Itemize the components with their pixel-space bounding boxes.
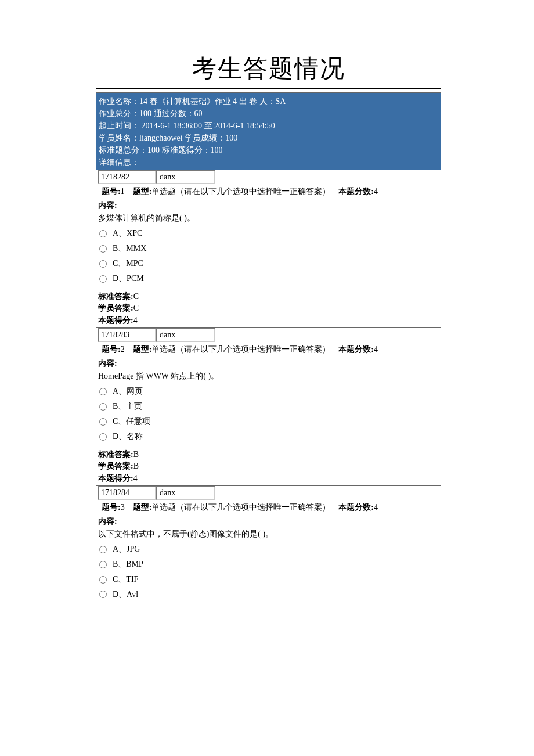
qnum-label: 题号:: [102, 345, 121, 354]
qscore-label: 本题分数:: [338, 503, 374, 512]
option-label: C、TIF: [113, 572, 138, 587]
question-meta: 1718283 danx题号:2 题型:单选题（请在以下几个选项中选择唯一正确答…: [96, 328, 441, 357]
question-block: 1718282 danx题号:1 题型:单选题（请在以下几个选项中选择唯一正确答…: [96, 170, 441, 327]
question-meta: 1718282 danx题号:1 题型:单选题（请在以下几个选项中选择唯一正确答…: [96, 170, 441, 199]
std-answer-label: 标准答案:: [98, 450, 134, 459]
question-type-cell: danx: [156, 328, 215, 342]
option-label: C、MPC: [113, 256, 143, 271]
hdr-line-6: 详细信息：: [99, 156, 438, 168]
option-row: C、MPC: [98, 256, 441, 271]
content-label: 内容:: [98, 517, 117, 525]
hdr-line-5: 标准题总分：100 标准题得分：100: [99, 144, 438, 156]
qtype-label: 题型:: [133, 187, 152, 196]
option-radio[interactable]: [99, 260, 107, 268]
option-label: A、XPC: [113, 226, 142, 241]
answer-block: 标准答案:B学员答案:B本题得分:4: [96, 448, 441, 485]
question-id-cell: 1718282: [98, 170, 156, 184]
option-label: D、PCM: [113, 271, 144, 286]
document-page: 考生答题情况 作业名称：14 春《计算机基础》作业 4 出 卷 人：SA 作业总…: [0, 0, 534, 629]
question-id-cell: 1718283: [98, 328, 156, 342]
got-score-label: 本题得分:: [98, 316, 134, 325]
option-radio[interactable]: [99, 388, 107, 395]
option-radio[interactable]: [99, 576, 107, 584]
option-row: C、任意项: [98, 414, 441, 429]
option-row: B、MMX: [98, 241, 441, 256]
qtype-label: 题型:: [133, 345, 152, 354]
option-row: D、Avl: [98, 587, 441, 602]
hdr-line-1: 作业名称：14 春《计算机基础》作业 4 出 卷 人：SA: [99, 95, 438, 107]
question-block: 1718283 danx题号:2 题型:单选题（请在以下几个选项中选择唯一正确答…: [96, 327, 441, 485]
question-content: 内容:HomePage 指 WWW 站点上的( )。: [96, 357, 441, 384]
option-label: D、名称: [113, 429, 143, 444]
option-radio[interactable]: [99, 275, 107, 283]
option-radio[interactable]: [99, 561, 107, 568]
option-row: A、XPC: [98, 226, 441, 241]
option-label: B、MMX: [113, 241, 146, 256]
option-row: C、TIF: [98, 572, 441, 587]
page-title: 考生答题情况: [96, 52, 441, 85]
title-rule: [96, 88, 441, 89]
stu-answer-label: 学员答案:: [98, 304, 134, 312]
option-label: B、主页: [113, 399, 142, 414]
option-row: D、名称: [98, 429, 441, 444]
option-radio[interactable]: [99, 433, 107, 441]
option-radio[interactable]: [99, 418, 107, 426]
option-radio[interactable]: [99, 591, 107, 598]
question-id-cell: 1718284: [98, 486, 156, 500]
qtype-label: 题型:: [133, 503, 152, 512]
question-content: 内容:多媒体计算机的简称是( )。: [96, 199, 441, 226]
option-label: C、任意项: [113, 414, 150, 429]
option-radio[interactable]: [99, 245, 107, 253]
content-label: 内容:: [98, 201, 117, 210]
qscore-label: 本题分数:: [338, 187, 374, 196]
option-row: B、主页: [98, 399, 441, 414]
qnum-label: 题号:: [102, 503, 121, 512]
question-type-cell: danx: [156, 170, 215, 184]
options: A、网页B、主页C、任意项D、名称: [96, 384, 441, 448]
question-content: 内容:以下文件格式中，不属于(静态)图像文件的是( )。: [96, 515, 441, 542]
option-row: A、网页: [98, 384, 441, 399]
option-label: D、Avl: [113, 587, 138, 602]
hdr-line-2: 作业总分：100 通过分数：60: [99, 107, 438, 120]
option-row: A、JPG: [98, 542, 441, 557]
std-answer-label: 标准答案:: [98, 292, 134, 301]
results-table: 作业名称：14 春《计算机基础》作业 4 出 卷 人：SA 作业总分：100 通…: [96, 92, 441, 606]
hdr-line-3: 起止时间： 2014-6-1 18:36:00 至 2014-6-1 18:54…: [99, 120, 438, 132]
got-score-label: 本题得分:: [98, 474, 134, 483]
qscore-label: 本题分数:: [338, 345, 374, 354]
question-meta: 1718284 danx题号:3 题型:单选题（请在以下几个选项中选择唯一正确答…: [96, 486, 441, 515]
option-radio[interactable]: [99, 403, 107, 411]
options: A、XPCB、MMXC、MPCD、PCM: [96, 226, 441, 290]
question-block: 1718284 danx题号:3 题型:单选题（请在以下几个选项中选择唯一正确答…: [96, 485, 441, 606]
option-label: A、网页: [113, 384, 143, 399]
options: A、JPGB、BMPC、TIFD、Avl: [96, 542, 441, 606]
option-radio[interactable]: [99, 546, 107, 553]
option-row: B、BMP: [98, 557, 441, 572]
question-type-cell: danx: [156, 486, 215, 500]
option-row: D、PCM: [98, 271, 441, 286]
option-label: B、BMP: [113, 557, 143, 572]
content-label: 内容:: [98, 359, 117, 368]
hdr-line-4: 学员姓名：liangchaowei 学员成绩：100: [99, 132, 438, 144]
option-radio[interactable]: [99, 230, 107, 237]
answer-block: 标准答案:C学员答案:C本题得分:4: [96, 290, 441, 327]
info-header: 作业名称：14 春《计算机基础》作业 4 出 卷 人：SA 作业总分：100 通…: [96, 93, 441, 170]
stu-answer-label: 学员答案:: [98, 462, 134, 470]
option-label: A、JPG: [113, 542, 140, 557]
qnum-label: 题号:: [102, 187, 121, 196]
